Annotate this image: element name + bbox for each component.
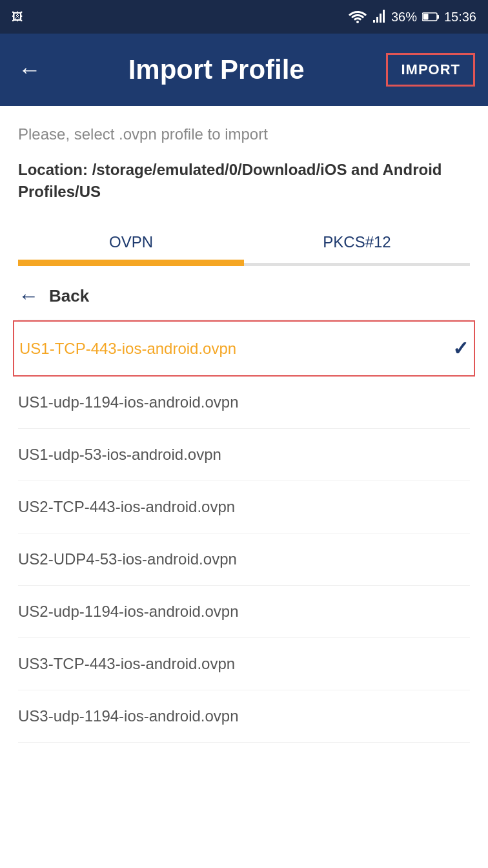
tab-active-indicator <box>18 263 244 266</box>
file-item-3[interactable]: US1-udp-53-ios-android.ovpn <box>18 429 470 481</box>
file-name-8: US3-udp-1194-ios-android.ovpn <box>18 707 239 725</box>
tab-inactive-indicator <box>244 263 470 266</box>
status-bar-right: 36% 15:36 <box>349 10 476 25</box>
back-label: Back <box>49 286 89 306</box>
file-item-6[interactable]: US2-udp-1194-ios-android.ovpn <box>18 586 470 638</box>
status-bar-left: 🖼 <box>12 10 23 24</box>
tabs-underline <box>18 263 470 266</box>
status-bar: 🖼 36% 15:36 <box>0 0 488 34</box>
location-text: Location: /storage/emulated/0/Download/i… <box>18 159 470 202</box>
svg-rect-1 <box>423 14 428 20</box>
file-item-5[interactable]: US2-UDP4-53-ios-android.ovpn <box>18 533 470 586</box>
battery-icon <box>422 12 439 21</box>
file-name-3: US1-udp-53-ios-android.ovpn <box>18 446 221 464</box>
subtitle-text: Please, select .ovpn profile to import <box>18 125 470 143</box>
file-item-2[interactable]: US1-udp-1194-ios-android.ovpn <box>18 377 470 429</box>
file-item-8[interactable]: US3-udp-1194-ios-android.ovpn <box>18 690 470 743</box>
file-list: ← Back US1-TCP-443-ios-android.ovpn ✓ US… <box>18 266 470 743</box>
time: 15:36 <box>444 10 476 25</box>
checkmark-icon-1: ✓ <box>452 337 469 360</box>
image-icon: 🖼 <box>12 10 23 24</box>
battery-percent: 36% <box>391 10 417 25</box>
app-bar: ← Import Profile IMPORT <box>0 34 488 106</box>
file-name-4: US2-TCP-443-ios-android.ovpn <box>18 498 235 516</box>
back-arrow-icon: ← <box>18 284 39 308</box>
svg-rect-2 <box>437 15 439 19</box>
file-name-6: US2-udp-1194-ios-android.ovpn <box>18 603 239 621</box>
file-item-1[interactable]: US1-TCP-443-ios-android.ovpn ✓ <box>13 320 475 377</box>
wifi-icon <box>349 10 367 24</box>
tabs: OVPN PKCS#12 <box>18 222 470 263</box>
file-name-1: US1-TCP-443-ios-android.ovpn <box>19 340 236 358</box>
tabs-container: OVPN PKCS#12 <box>18 222 470 266</box>
back-row[interactable]: ← Back <box>18 266 470 320</box>
file-item-7[interactable]: US3-TCP-443-ios-android.ovpn <box>18 638 470 690</box>
content-area: Please, select .ovpn profile to import L… <box>0 106 488 743</box>
tab-pkcs12[interactable]: PKCS#12 <box>244 222 470 263</box>
file-name-5: US2-UDP4-53-ios-android.ovpn <box>18 550 237 568</box>
back-button[interactable]: ← <box>13 51 46 88</box>
page-title: Import Profile <box>46 54 386 85</box>
file-item-4[interactable]: US2-TCP-443-ios-android.ovpn <box>18 481 470 533</box>
signal-icon <box>372 10 386 24</box>
import-button[interactable]: IMPORT <box>386 53 475 87</box>
file-name-2: US1-udp-1194-ios-android.ovpn <box>18 393 239 411</box>
tab-ovpn[interactable]: OVPN <box>18 222 244 263</box>
file-name-7: US3-TCP-443-ios-android.ovpn <box>18 655 235 673</box>
